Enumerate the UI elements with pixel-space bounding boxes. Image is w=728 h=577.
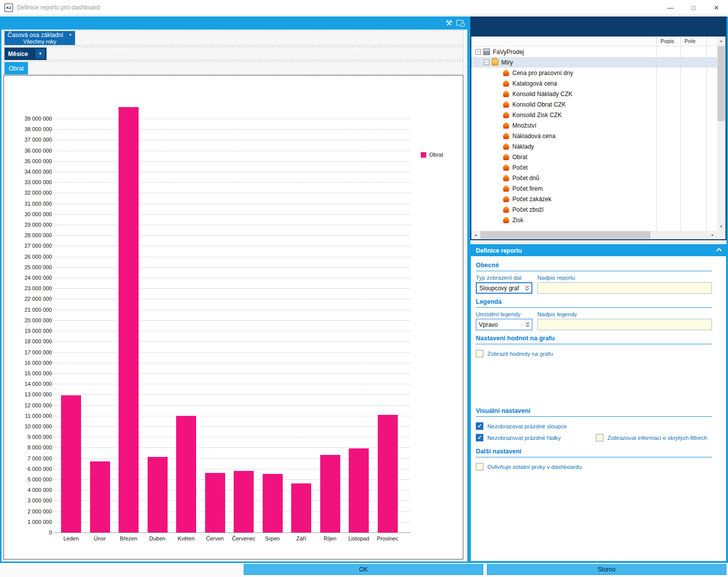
tree-item[interactable]: Obrat (471, 152, 717, 162)
tree-item[interactable]: Cena pro pracovní dny (471, 68, 717, 78)
collapse-icon[interactable]: − (475, 49, 481, 55)
gridline (54, 161, 410, 162)
scroll-down-icon[interactable]: ▼ (717, 222, 725, 231)
checkbox-unchecked[interactable] (476, 463, 483, 470)
tree-item[interactable]: Počet dnů (471, 173, 717, 183)
tree-item[interactable]: Náklady (471, 141, 717, 152)
ok-button[interactable]: OK (244, 564, 483, 575)
bar-Říjen[interactable] (320, 455, 340, 532)
time-axis-dropzone[interactable]: Časová osa základní ▼ Všechny roky (4, 30, 463, 46)
scroll-right-icon[interactable]: ► (708, 231, 717, 239)
tree-item-label: Katalogová cena (512, 80, 557, 87)
tree-item[interactable]: Počet (471, 162, 717, 173)
report-definition-header[interactable]: Definice reportu ^ (471, 245, 726, 256)
gridline (54, 384, 410, 384)
section-title: Další nastavení (476, 448, 712, 455)
checkbox-row[interactable]: ✓Nezobrazovat prázdné sloupce (476, 422, 596, 430)
gridline (54, 352, 410, 353)
gridline (54, 373, 410, 374)
measure-icon (503, 196, 509, 202)
bar-Prosinec[interactable] (378, 415, 398, 532)
field-label: Nadpis reportu (537, 275, 712, 281)
customize-icon[interactable]: ⚒ (446, 19, 452, 28)
chart-type-dropdown[interactable]: Sloupcový graf (476, 282, 532, 294)
bar-Červenec[interactable] (234, 471, 254, 532)
section-title: Visuální nastavení (476, 407, 712, 414)
bar-Únor[interactable] (90, 461, 110, 532)
checkbox-checked[interactable]: ✓ (476, 434, 483, 441)
months-label: Měsíce (8, 51, 28, 58)
months-button[interactable]: Měsíce ▼ (5, 48, 47, 60)
folder-icon (492, 59, 498, 66)
storno-button[interactable]: Storno (487, 564, 726, 575)
collapse-chevron-icon[interactable]: ^ (716, 247, 722, 254)
bar-Září[interactable] (291, 483, 311, 532)
tree-item[interactable]: Konsolid Zisk CZK (471, 110, 717, 120)
tree-item[interactable]: Množství (471, 120, 717, 131)
minimize-button[interactable]: — (659, 0, 682, 15)
column-header-popis[interactable]: Popis (660, 38, 674, 44)
time-axis-button[interactable]: Časová osa základní ▼ Všechny roky (5, 31, 75, 45)
horizontal-scrollbar[interactable]: ◄ ► (471, 231, 717, 239)
y-tick-label: 38 000 000 (4, 126, 52, 132)
panel-title: Definice reportu (476, 247, 522, 254)
collapse-icon[interactable]: − (484, 60, 489, 65)
chart-legend: Obrat (421, 152, 443, 158)
legend-position-dropdown[interactable]: Vpravo (476, 319, 532, 330)
checkbox-row[interactable]: Ovlivňuje ostatní prvky v dashboardu (476, 463, 582, 470)
maximize-button[interactable]: □ (682, 0, 705, 15)
checkbox-unchecked[interactable] (476, 350, 483, 357)
vertical-scrollbar[interactable]: ▲ ▼ (717, 37, 725, 231)
checkbox-row[interactable]: Zobrazit hodnoty na grafu (476, 350, 553, 357)
scroll-left-icon[interactable]: ◄ (471, 231, 480, 239)
legend-title-input[interactable] (537, 319, 712, 330)
bar-Listopad[interactable] (349, 448, 369, 532)
bar-Srpen[interactable] (263, 474, 283, 532)
tree-rows: −FaVyProdej−MíryCena pro pracovní dnyKat… (471, 47, 717, 231)
measure-icon (503, 154, 509, 160)
tree-item[interactable]: Konsolid Obrat CZK (471, 99, 717, 110)
field-label: Typ zobrazení dat (476, 275, 532, 281)
scroll-up-icon[interactable]: ▲ (717, 37, 725, 45)
checkbox-row[interactable]: Zobrazovat informaci o skrytých filtrech (596, 434, 707, 441)
gridline (54, 288, 410, 289)
y-tick-label: 5 000 000 (4, 476, 52, 482)
report-title-input[interactable] (537, 282, 712, 294)
checkbox-unchecked[interactable] (596, 434, 603, 441)
checkbox-checked[interactable]: ✓ (476, 422, 483, 430)
y-tick-label: 8 000 000 (4, 444, 52, 450)
tree-item[interactable]: Počet firem (471, 183, 717, 194)
scrollbar-thumb[interactable] (717, 46, 725, 121)
tree-item[interactable]: Konsolid Náklady CZK (471, 89, 717, 99)
scrollbar-thumb[interactable] (480, 231, 650, 239)
tree-item[interactable]: −FaVyProdej (471, 47, 717, 57)
display-settings-icon[interactable] (456, 20, 463, 26)
x-tick-label: Prosinec (370, 535, 406, 541)
section-rule (476, 271, 712, 271)
bar-Leden[interactable] (61, 395, 81, 532)
tree-item[interactable]: Počet zboží (471, 204, 717, 215)
tree-item[interactable]: Katalogová cena (471, 78, 717, 89)
tree-item[interactable]: Počet zakázek (471, 194, 717, 204)
y-tick-label: 37 000 000 (4, 137, 52, 143)
checkbox-row[interactable]: ✓Nezobrazovat prázdné řádky (476, 434, 596, 441)
gridline (54, 119, 410, 119)
bar-Květen[interactable] (176, 416, 196, 532)
bar-Duben[interactable] (148, 457, 168, 532)
tree-item[interactable]: −Míry (471, 57, 717, 68)
column-axis-dropzone[interactable]: Měsíce ▼ (4, 47, 463, 60)
column-header-pole[interactable]: Pole (684, 38, 695, 44)
gridline (54, 204, 410, 204)
measure-tab-obrat[interactable]: Obrat (5, 62, 28, 75)
measure-icon (503, 206, 509, 213)
gridline (54, 363, 410, 363)
close-button[interactable]: ✕ (705, 0, 728, 15)
bar-Březen[interactable] (119, 107, 139, 532)
measure-icon (503, 217, 509, 223)
y-tick-label: 2 000 000 (4, 508, 52, 514)
tree-item[interactable]: Nákladová cena (471, 131, 717, 141)
measure-dropzone[interactable]: Obrat (4, 61, 463, 75)
bar-Červen[interactable] (205, 473, 225, 532)
gridline (54, 140, 410, 140)
tree-item[interactable]: Zisk (471, 215, 717, 225)
